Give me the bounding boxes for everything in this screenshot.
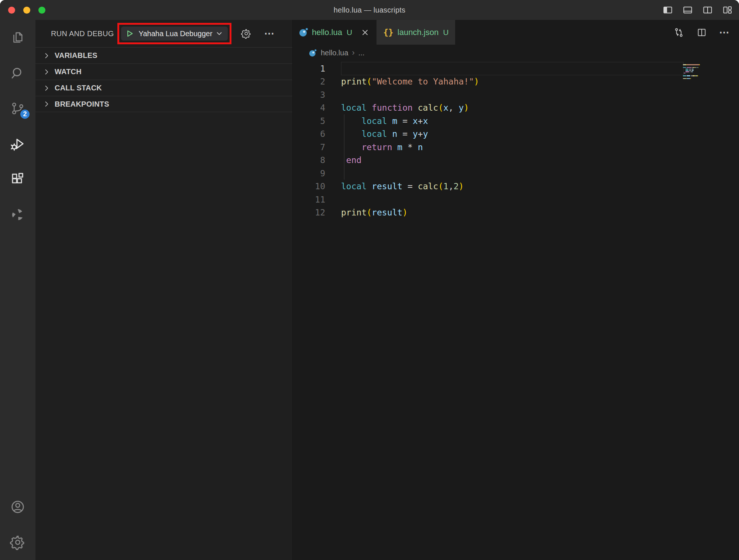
titlebar-layout-actions — [662, 0, 733, 20]
line-number: 5 — [293, 116, 325, 126]
line-number: 8 — [293, 155, 325, 165]
lua-file-icon — [309, 49, 317, 56]
line-number: 9 — [293, 169, 325, 178]
debugger-highlight-box: Yahaha Lua Debugger — [117, 23, 232, 44]
line-content: local m = x+x — [325, 116, 428, 126]
section-label: WATCH — [55, 68, 82, 76]
search-icon — [10, 65, 25, 81]
code-line-11[interactable]: 11 — [293, 193, 739, 206]
code-line-2[interactable]: 2print("Welcome to Yahaha!") — [293, 75, 739, 89]
git-status-badge: U — [443, 28, 448, 37]
tab-launch.json[interactable]: {}launch.jsonU — [377, 20, 455, 45]
chevron-right-icon — [43, 68, 50, 76]
code-line-8[interactable]: 8 end — [293, 154, 739, 167]
line-content: end — [325, 155, 361, 165]
sidebar-more-actions-icon[interactable]: ⋯ — [264, 28, 275, 39]
line-number: 7 — [293, 142, 325, 152]
section-variables[interactable]: VARIABLES — [35, 47, 292, 63]
yahaha-icon — [10, 207, 25, 222]
chevron-right-icon — [43, 84, 50, 92]
vscode-window: hello.lua — luascripts 2 RUN AND DEBUG Y… — [0, 0, 739, 560]
split-editor-icon[interactable] — [696, 27, 707, 38]
code-line-9[interactable]: 9 — [293, 167, 739, 180]
debug-settings-gear-icon[interactable] — [241, 28, 251, 39]
chevron-right-icon — [43, 52, 50, 59]
minimap-line — [683, 78, 705, 79]
toggle-primary-sidebar-icon[interactable] — [662, 4, 673, 15]
sidebar-header: RUN AND DEBUG Yahaha Lua Debugger ⋯ — [35, 20, 292, 47]
section-breakpoints[interactable]: BREAKPOINTS — [35, 96, 292, 112]
line-content: print(result) — [325, 208, 408, 217]
activity-yahaha[interactable] — [0, 197, 35, 232]
activity-bar: 2 — [0, 20, 35, 560]
open-changes-icon[interactable] — [673, 27, 684, 38]
minimap[interactable] — [683, 63, 705, 79]
window-title: hello.lua — luascripts — [0, 6, 739, 14]
run-and-debug-sidebar: RUN AND DEBUG Yahaha Lua Debugger ⋯ VARI… — [35, 20, 292, 560]
debug-config-dropdown[interactable]: Yahaha Lua Debugger — [121, 27, 228, 41]
activity-run-and-debug[interactable] — [0, 126, 35, 162]
debug-config-label: Yahaha Lua Debugger — [139, 30, 213, 38]
current-line-highlight — [341, 62, 684, 75]
activity-explorer[interactable] — [0, 20, 35, 55]
code-line-3[interactable]: 3 — [293, 88, 739, 101]
tab-label: launch.json — [398, 28, 439, 37]
activity-extensions[interactable] — [0, 162, 35, 197]
files-icon — [10, 30, 25, 45]
line-content: local n = y+y — [325, 129, 428, 139]
section-label: BREAKPOINTS — [55, 100, 109, 108]
activity-search[interactable] — [0, 55, 35, 91]
toggle-secondary-sidebar-icon[interactable] — [702, 4, 713, 15]
line-content: local function calc(x, y) — [325, 103, 469, 113]
activity-settings[interactable] — [0, 525, 35, 560]
account-icon — [10, 499, 25, 515]
breadcrumb-symbol[interactable]: ... — [358, 49, 365, 57]
line-number: 4 — [293, 103, 325, 113]
editor-actions: ⋯ — [673, 20, 739, 45]
tab-hello.lua[interactable]: hello.luaU — [293, 20, 376, 45]
close-icon[interactable] — [361, 28, 370, 37]
line-number: 6 — [293, 129, 325, 139]
section-label: VARIABLES — [55, 51, 97, 60]
more-actions-ellipsis[interactable]: ⋯ — [719, 27, 730, 38]
code-editor[interactable]: 12print("Welcome to Yahaha!")34local fun… — [293, 61, 739, 560]
section-label: CALL STACK — [55, 84, 102, 92]
chevron-right-icon — [43, 100, 50, 108]
code-line-4[interactable]: 4local function calc(x, y) — [293, 101, 739, 115]
code-line-5[interactable]: 5 local m = x+x — [293, 114, 739, 128]
debug-sections: VARIABLESWATCHCALL STACKBREAKPOINTS — [35, 47, 292, 112]
code-line-1[interactable]: 1 — [293, 62, 739, 75]
section-watch[interactable]: WATCH — [35, 63, 292, 80]
source-control-badge: 2 — [19, 108, 31, 120]
code-line-7[interactable]: 7 return m * n — [293, 141, 739, 154]
toggle-panel-icon[interactable] — [682, 4, 693, 15]
tab-label: hello.lua — [312, 28, 342, 37]
line-number: 3 — [293, 90, 325, 100]
tab-bar: hello.luaU{}launch.jsonU⋯ — [293, 20, 739, 45]
code-line-12[interactable]: 12print(result) — [293, 206, 739, 219]
line-number: 12 — [293, 208, 325, 217]
code-line-10[interactable]: 10local result = calc(1,2) — [293, 180, 739, 193]
lua-file-icon — [299, 28, 308, 37]
customize-layout-icon[interactable] — [722, 4, 733, 15]
json-file-icon: {} — [383, 28, 393, 37]
editor-group: hello.luaU{}launch.jsonU⋯ hello.lua › ..… — [292, 20, 739, 560]
debug-icon — [10, 136, 25, 152]
line-number: 1 — [293, 64, 325, 73]
activity-accounts[interactable] — [0, 489, 35, 525]
breadcrumb-separator-icon: › — [352, 48, 355, 58]
activity-source-control[interactable]: 2 — [0, 91, 35, 126]
sidebar-toolbar: ⋯ — [241, 28, 275, 39]
extensions-icon — [10, 172, 25, 187]
section-call-stack[interactable]: CALL STACK — [35, 80, 292, 96]
breadcrumb[interactable]: hello.lua › ... — [293, 45, 739, 61]
line-number: 2 — [293, 77, 325, 86]
titlebar: hello.lua — luascripts — [0, 0, 739, 20]
code-line-6[interactable]: 6 local n = y+y — [293, 128, 739, 141]
line-content: print("Welcome to Yahaha!") — [325, 77, 479, 86]
gear-icon — [10, 535, 25, 550]
line-number: 10 — [293, 182, 325, 191]
git-status-badge: U — [347, 28, 352, 37]
breadcrumb-file[interactable]: hello.lua — [321, 49, 348, 57]
view-title: RUN AND DEBUG — [51, 30, 114, 38]
